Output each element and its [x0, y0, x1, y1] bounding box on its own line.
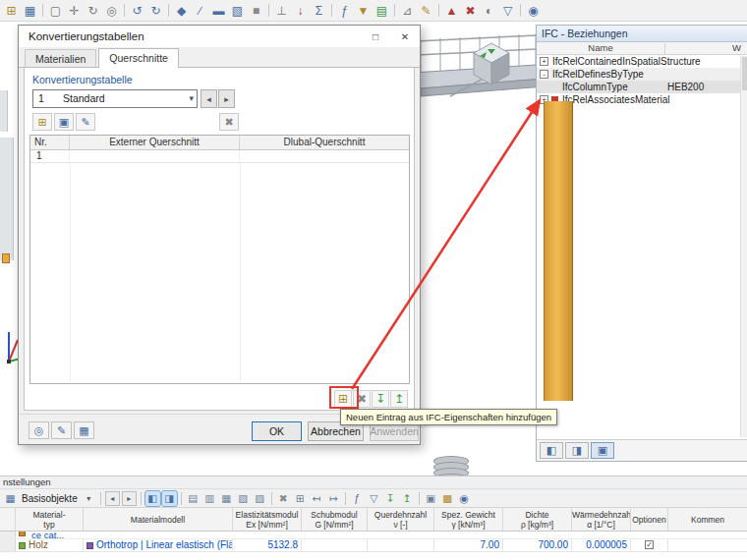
header-dichte[interactable]: Dichteρ [kg/m³] [503, 508, 572, 532]
node-tool-icon[interactable]: ◆ [173, 2, 190, 19]
ifc-tree-row[interactable]: + IfcRelContainedInSpatialStructure [537, 55, 747, 68]
last-row-icon[interactable]: ↦ [326, 491, 341, 506]
support-tool-icon[interactable]: ⊥ [273, 2, 290, 19]
select-arrow-icon[interactable]: ▢ [47, 2, 64, 19]
export-table-icon[interactable]: ↥ [400, 491, 415, 506]
add-from-ifc-button[interactable]: ⊞ [334, 390, 352, 408]
cell-elastizitaetsmodul[interactable]: 5132.8 [233, 539, 302, 552]
member-tool-icon[interactable]: ▬ [210, 2, 227, 19]
ifc-tree-row[interactable]: - IfcRelDefinesByType [537, 68, 747, 81]
surface-tool-icon[interactable]: ▧ [229, 2, 246, 19]
cell-material[interactable]: Holz [16, 539, 84, 552]
cell-extern[interactable] [70, 150, 240, 162]
line-tool-icon[interactable]: ∕ [192, 2, 208, 19]
navigation-cube[interactable] [468, 39, 515, 92]
delete-load-icon[interactable]: ▲ [443, 2, 460, 19]
expand-icon[interactable]: + [540, 57, 548, 66]
partially-visible-row[interactable]: ce cat... [0, 532, 747, 539]
ifc-tab-relations[interactable]: ▣ [591, 442, 614, 459]
import-table-icon[interactable]: ↧ [383, 491, 398, 506]
cell-nr[interactable]: 1 [30, 150, 70, 162]
cell-dlubal[interactable] [240, 150, 409, 162]
next-table-icon[interactable]: ▸ [122, 491, 137, 506]
annotate-icon[interactable]: ✎ [418, 2, 434, 19]
table-columns-icon[interactable]: ▥ [202, 491, 217, 506]
open-model-icon[interactable]: ▦ [22, 2, 38, 19]
next-table-button[interactable]: ▸ [218, 89, 235, 108]
new-model-icon[interactable]: ⊞ [3, 2, 20, 19]
load-case-icon[interactable]: Σ [311, 2, 327, 19]
cell-dichte[interactable]: 700.00 [503, 539, 572, 552]
dialog-titlebar[interactable]: Konvertierungstabellen □ ✕ [19, 26, 420, 47]
calculate-icon[interactable]: ƒ [336, 2, 353, 19]
export-entries-button[interactable]: ↥ [390, 390, 408, 408]
details-icon[interactable]: ◎ [29, 421, 49, 439]
header-waermedehnzahl[interactable]: Wärmedehnzahlα [1/°C] [572, 508, 631, 532]
search-icon[interactable]: ◉ [525, 2, 542, 19]
delete-row-icon[interactable]: ✖ [276, 491, 291, 506]
pan-icon[interactable]: ✛ [66, 2, 83, 19]
header-kommentar[interactable]: Kommen [668, 508, 747, 532]
results-icon[interactable]: ▼ [355, 2, 372, 19]
load-tool-icon[interactable]: ↓ [292, 2, 309, 19]
rotate-view-icon[interactable]: ↻ [85, 2, 101, 19]
new-table-icon[interactable]: ⊞ [32, 113, 52, 131]
header-elastizitaetsmodul[interactable]: ElastizitätsmodulEx [N/mm²] [233, 508, 302, 532]
manage-tables-icon[interactable]: ▦ [74, 421, 94, 439]
material-table-row[interactable]: Holz Orthotrop | Linear elastisch (Fläc.… [0, 539, 747, 552]
scrollbar[interactable] [740, 56, 747, 437]
filter-icon[interactable]: ▽ [499, 2, 516, 19]
table-view-icon[interactable]: ▤ [186, 491, 201, 506]
cell-optionen[interactable]: ✓ [631, 539, 668, 552]
rename-table-icon[interactable]: ✎ [76, 113, 95, 131]
delete-table-icon[interactable]: ✖ [219, 113, 239, 131]
row-gutter[interactable] [0, 539, 16, 552]
copy-table-icon[interactable]: ▣ [54, 113, 74, 131]
header-schubmodul[interactable]: SchubmodulG [N/mm²] [302, 508, 368, 532]
tab-materialien[interactable]: Materialien [25, 49, 96, 67]
undo-icon[interactable]: ↺ [129, 2, 145, 19]
first-row-icon[interactable]: ↤ [310, 491, 324, 506]
cell-kommentar[interactable] [668, 539, 747, 552]
options-checkbox[interactable]: ✓ [645, 540, 654, 549]
scrollbar-thumb[interactable] [742, 57, 747, 90]
header-optionen[interactable]: Optionen [631, 508, 668, 532]
tab-querschnitte[interactable]: Querschnitte [98, 48, 179, 68]
cell-spez-gewicht[interactable]: 7.00 [434, 539, 503, 552]
import-entries-button[interactable]: ↧ [372, 390, 389, 408]
tables-icon[interactable]: ▤ [374, 2, 390, 19]
formula-icon[interactable]: ƒ [350, 491, 365, 506]
collapse-icon[interactable]: - [540, 70, 548, 79]
3d-column-member[interactable] [544, 101, 573, 401]
cell-schubmodul[interactable] [302, 539, 368, 552]
header-spez-gewicht[interactable]: Spez. Gewichtγ [kN/m³] [434, 508, 503, 532]
header-materialmodell[interactable]: Materialmodell [84, 508, 233, 532]
redo-icon[interactable]: ↻ [147, 2, 164, 19]
cell-waermedehnzahl[interactable]: 0.000005 [572, 539, 631, 552]
search-table-icon[interactable]: ◉ [457, 491, 472, 506]
conversion-table-select[interactable]: 1 Standard ▾ [32, 89, 198, 108]
cell-querdehnzahl[interactable] [368, 539, 434, 552]
table-toggle-left-icon[interactable]: ◧ [145, 491, 160, 506]
section-cut-icon[interactable]: ⊿ [399, 2, 416, 19]
chevron-down-icon[interactable]: ▾ [82, 491, 96, 506]
edit-settings-icon[interactable]: ✎ [51, 421, 72, 439]
table-row[interactable]: 1 [30, 150, 409, 163]
delete-entry-button[interactable]: ✖ [353, 390, 371, 408]
header-querdehnzahl[interactable]: Querdehnzahlν [-] [368, 508, 434, 532]
print-table-icon[interactable]: ▣ [424, 491, 438, 506]
insert-row-icon[interactable]: ⊞ [293, 491, 308, 506]
zoom-view-icon[interactable]: ◎ [103, 2, 120, 19]
color-scale-icon[interactable]: ▩ [440, 491, 455, 506]
table-toggle-right-icon[interactable]: ◨ [162, 491, 177, 506]
table-category-label[interactable]: Basisobjekte [22, 493, 78, 504]
filter-rows-icon[interactable]: ▽ [367, 491, 381, 506]
previous-table-button[interactable]: ◂ [201, 89, 217, 108]
header-material-typ[interactable]: Material-typ [16, 508, 84, 532]
solid-tool-icon[interactable]: ■ [248, 2, 264, 19]
table-pattern-icon[interactable]: ▨ [253, 491, 267, 506]
maximize-icon[interactable]: □ [361, 26, 390, 47]
ifc-tab-structure[interactable]: ◧ [540, 442, 563, 459]
ok-button[interactable]: OK [252, 421, 302, 441]
cell-materialmodell[interactable]: Orthotrop | Linear elastisch (Fläc... [84, 539, 233, 552]
